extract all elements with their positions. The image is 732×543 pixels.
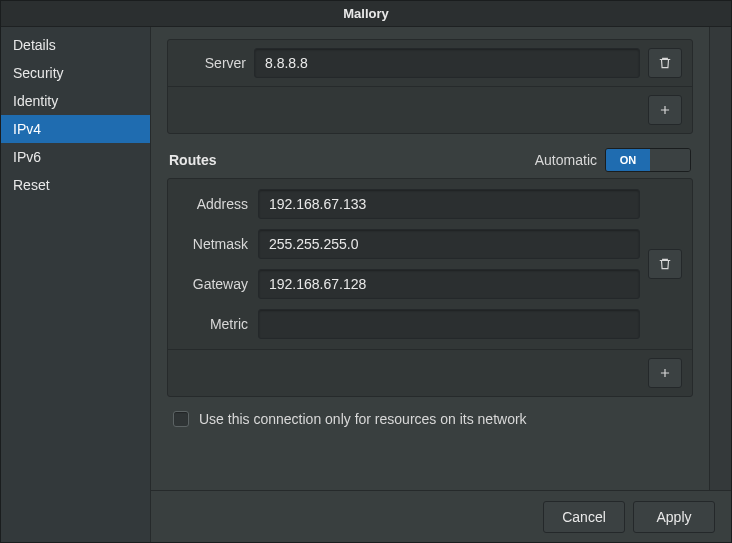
route-gateway-row: Gateway — [178, 269, 640, 299]
routes-automatic-group: Automatic ON — [535, 148, 691, 172]
sidebar-item-details[interactable]: Details — [1, 31, 150, 59]
scrollbar[interactable] — [709, 27, 731, 490]
route-address-row: Address — [178, 189, 640, 219]
apply-button[interactable]: Apply — [633, 501, 715, 533]
dns-server-delete-button[interactable] — [648, 48, 682, 78]
route-metric-input[interactable] — [258, 309, 640, 339]
sidebar-item-ipv6[interactable]: IPv6 — [1, 143, 150, 171]
route-address-label: Address — [178, 196, 248, 212]
route-netmask-row: Netmask — [178, 229, 640, 259]
dns-panel: Server — [167, 39, 693, 134]
dns-server-input[interactable] — [254, 48, 640, 78]
sidebar: Details Security Identity IPv4 IPv6 Rese… — [1, 27, 151, 542]
main-pane: Server — [151, 27, 731, 542]
toggle-on-label: ON — [606, 149, 650, 171]
route-add-row — [168, 349, 692, 396]
route-gateway-label: Gateway — [178, 276, 248, 292]
route-delete-column — [648, 189, 682, 339]
settings-dialog: Mallory Details Security Identity IPv4 I… — [0, 0, 732, 543]
sidebar-item-ipv4[interactable]: IPv4 — [1, 115, 150, 143]
dns-server-label: Server — [178, 55, 246, 71]
sidebar-item-security[interactable]: Security — [1, 59, 150, 87]
window-title: Mallory — [1, 1, 731, 27]
plus-icon — [658, 366, 672, 380]
trash-icon — [658, 257, 672, 271]
route-gateway-input[interactable] — [258, 269, 640, 299]
route-entry: Address Netmask Gateway — [168, 179, 692, 349]
dns-add-row — [168, 86, 692, 133]
route-add-button[interactable] — [648, 358, 682, 388]
route-address-input[interactable] — [258, 189, 640, 219]
routes-automatic-toggle[interactable]: ON — [605, 148, 691, 172]
dns-add-button[interactable] — [648, 95, 682, 125]
dialog-footer: Cancel Apply — [151, 490, 731, 542]
route-metric-row: Metric — [178, 309, 640, 339]
route-netmask-input[interactable] — [258, 229, 640, 259]
main-content: Server — [151, 27, 709, 490]
route-netmask-label: Netmask — [178, 236, 248, 252]
toggle-knob — [650, 149, 690, 171]
cancel-button[interactable]: Cancel — [543, 501, 625, 533]
only-local-row: Use this connection only for resources o… — [167, 407, 693, 427]
route-fields: Address Netmask Gateway — [178, 189, 640, 339]
dialog-body: Details Security Identity IPv4 IPv6 Rese… — [1, 27, 731, 542]
routes-title: Routes — [169, 152, 216, 168]
dns-server-row: Server — [168, 40, 692, 86]
routes-automatic-label: Automatic — [535, 152, 597, 168]
only-local-label: Use this connection only for resources o… — [199, 411, 527, 427]
sidebar-item-identity[interactable]: Identity — [1, 87, 150, 115]
plus-icon — [658, 103, 672, 117]
trash-icon — [658, 56, 672, 70]
only-local-checkbox[interactable] — [173, 411, 189, 427]
route-metric-label: Metric — [178, 316, 248, 332]
sidebar-item-reset[interactable]: Reset — [1, 171, 150, 199]
routes-header: Routes Automatic ON — [167, 144, 693, 178]
routes-panel: Address Netmask Gateway — [167, 178, 693, 397]
route-delete-button[interactable] — [648, 249, 682, 279]
